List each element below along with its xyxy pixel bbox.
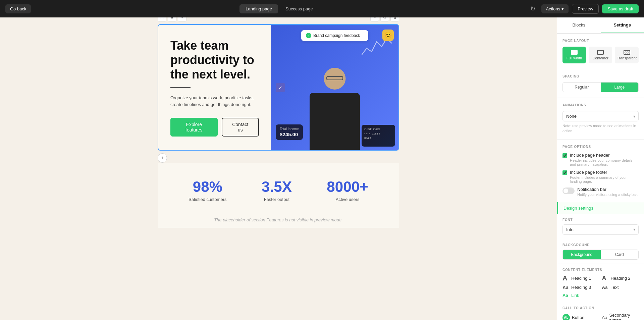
income-card: Total Income $245.00 xyxy=(276,124,303,140)
card-number: •••• 1234 xyxy=(364,132,392,135)
page-options-title: PAGE OPTIONS xyxy=(562,145,639,149)
cta-secondary-item[interactable]: Aa Secondary button xyxy=(602,313,639,320)
design-settings-link[interactable]: Design settings xyxy=(557,202,644,214)
tab-settings[interactable]: Settings xyxy=(601,17,644,33)
include-footer-checkbox[interactable] xyxy=(562,170,567,175)
spacing-regular[interactable]: Regular xyxy=(563,83,601,92)
person-body xyxy=(310,93,360,150)
page-layout-title: PAGE LAYOUT xyxy=(562,39,639,43)
person-glasses xyxy=(326,76,343,80)
hero-title: Take team productivity to the next level… xyxy=(170,38,259,82)
hero-divider xyxy=(170,87,191,88)
tab-blocks[interactable]: Blocks xyxy=(557,17,601,33)
stat-item-2: 8000+ Active users xyxy=(327,179,368,202)
stat-number-0: 98% xyxy=(189,179,226,194)
card-expiry: 09/25 xyxy=(364,137,392,140)
delete-block-button[interactable]: 🗑 xyxy=(390,17,399,21)
spacing-options: Regular Large xyxy=(562,82,639,92)
hero-buttons: Explore features Contact us xyxy=(170,118,259,137)
canvas-area: ⋮⋮ ▲ ▼ ✎ ⧉ 🗑 Take team productivity to t… xyxy=(0,17,557,320)
top-navigation: Go back Landing page Success page ↻ Acti… xyxy=(0,0,644,17)
notification-label: Notification bar xyxy=(577,187,638,192)
stat-label-2: Active users xyxy=(327,197,368,202)
actions-chevron-icon: ▾ xyxy=(561,6,564,11)
panel-tabs: Blocks Settings xyxy=(557,17,644,34)
move-up-button[interactable]: ▲ xyxy=(168,17,176,21)
edit-block-button[interactable]: ✎ xyxy=(370,17,379,21)
include-header-desc: Header includes your company details and… xyxy=(570,158,639,166)
tab-success-page[interactable]: Success page xyxy=(279,4,319,13)
cta-secondary-icon: Aa xyxy=(602,315,607,320)
text-label: Text xyxy=(611,285,619,290)
stats-section: 98% Satisfied customers 3.5X Faster outp… xyxy=(158,163,399,212)
page-options-section: PAGE OPTIONS Include page header Header … xyxy=(557,140,644,202)
preview-button[interactable]: Preview xyxy=(572,4,599,14)
feedback-text: Brand campaign feedback xyxy=(313,33,360,38)
include-header-row: Include page header Header includes your… xyxy=(562,153,639,166)
main-layout: ⋮⋮ ▲ ▼ ✎ ⧉ 🗑 Take team productivity to t… xyxy=(0,17,644,320)
include-header-checkbox[interactable] xyxy=(562,153,567,158)
include-footer-row: Include page footer Footer includes a su… xyxy=(562,170,639,183)
contact-us-button[interactable]: Contact us xyxy=(222,118,259,137)
go-back-button[interactable]: Go back xyxy=(5,4,31,13)
cta-button-label: Button xyxy=(572,315,585,320)
stat-label-0: Satisfied customers xyxy=(189,197,226,202)
tab-landing-page[interactable]: Landing page xyxy=(239,4,278,13)
explore-features-button[interactable]: Explore features xyxy=(170,118,218,137)
animation-note: Note: use preview mode to see animations… xyxy=(562,123,639,134)
layout-full-width[interactable]: Full width xyxy=(562,47,586,63)
drag-handle[interactable]: ⋮⋮ xyxy=(158,17,166,21)
include-footer-label: Include page footer xyxy=(570,170,639,175)
block-actions: ✎ ⧉ 🗑 xyxy=(370,17,399,21)
layout-transparent[interactable]: Transparent xyxy=(615,47,639,63)
stat-item-1: 3.5X Faster output xyxy=(262,179,292,202)
cta-button-item[interactable]: Ab Button xyxy=(562,313,599,320)
heading2-element[interactable]: A Heading 2 xyxy=(602,274,639,282)
check-badge: ✓ xyxy=(276,83,285,92)
duplicate-block-button[interactable]: ⧉ xyxy=(380,17,389,21)
income-value: $245.00 xyxy=(280,131,299,137)
font-select-wrapper: Inter xyxy=(562,224,639,235)
content-elements-title: CONTENT ELEMENTS xyxy=(562,268,639,272)
heading1-element[interactable]: A Heading 1 xyxy=(562,274,599,282)
history-button[interactable]: ↻ xyxy=(528,4,538,14)
background-section: BACKGROUND Background Card xyxy=(557,239,644,264)
page-layout-section: PAGE LAYOUT Full width Container Transpa… xyxy=(557,34,644,69)
card-label: Credit Card xyxy=(364,127,392,131)
spacing-large[interactable]: Large xyxy=(601,83,639,92)
heading1-label: Heading 1 xyxy=(571,276,591,281)
features-placeholder: The placeholder of section Features is n… xyxy=(158,212,399,228)
heading1-icon: A xyxy=(562,274,569,282)
income-label: Total Income xyxy=(280,127,299,131)
animations-section: ANIMATIONS None Note: use preview mode t… xyxy=(557,98,644,140)
bg-card[interactable]: Card xyxy=(601,250,639,259)
bg-background[interactable]: Background xyxy=(563,250,601,259)
right-panel: Blocks Settings PAGE LAYOUT Full width C… xyxy=(557,17,644,320)
heading2-icon: A xyxy=(602,275,609,282)
font-select[interactable]: Inter xyxy=(562,224,639,235)
heading3-element[interactable]: Aa Heading 3 xyxy=(562,285,599,290)
hero-left: Take team productivity to the next level… xyxy=(158,25,271,150)
add-section-button[interactable]: + xyxy=(158,153,167,163)
animations-select-wrapper: None xyxy=(562,111,639,121)
animations-select[interactable]: None xyxy=(562,111,639,121)
layout-options: Full width Container Transparent xyxy=(562,47,639,63)
person-image xyxy=(301,63,368,150)
link-element[interactable]: Aa Link xyxy=(562,293,599,298)
hero-block: Take team productivity to the next level… xyxy=(158,24,399,151)
spacing-section: SPACING Regular Large xyxy=(557,69,644,98)
text-element[interactable]: Aa Text xyxy=(602,285,639,290)
background-title: BACKGROUND xyxy=(562,243,639,247)
move-down-button[interactable]: ▼ xyxy=(178,17,186,21)
notification-desc: Notify your visitors using a sticky bar. xyxy=(577,193,638,197)
stat-number-1: 3.5X xyxy=(262,179,292,194)
font-title: FONT xyxy=(562,218,639,222)
actions-button[interactable]: Actions ▾ xyxy=(541,4,569,13)
text-icon: Aa xyxy=(602,285,609,290)
save-draft-button[interactable]: Save as draft xyxy=(602,4,639,13)
cta-title: CALL TO ACTION xyxy=(562,306,639,310)
emoji-badge: 😊 xyxy=(382,30,394,41)
notification-toggle[interactable] xyxy=(562,188,575,194)
layout-container[interactable]: Container xyxy=(589,47,612,63)
background-options: Background Card xyxy=(562,250,639,260)
